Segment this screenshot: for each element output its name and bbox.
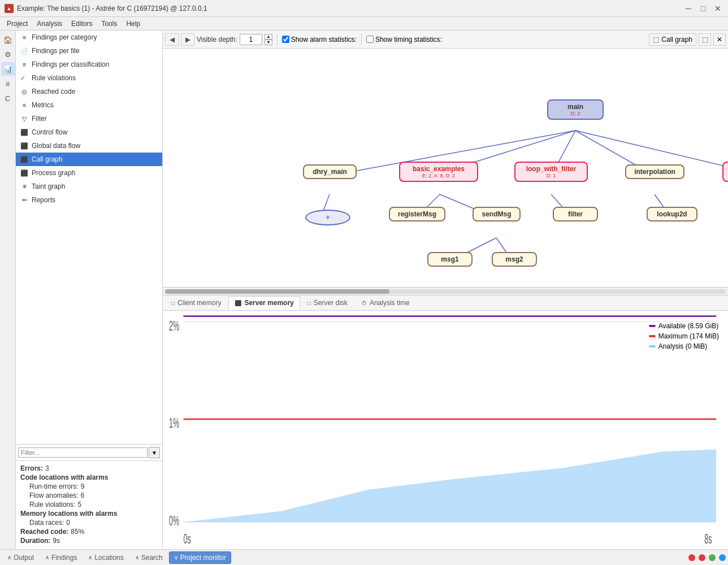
icon-c[interactable]: C — [1, 92, 15, 105]
node-register-msg[interactable]: registerMsg — [389, 207, 445, 221]
show-timing-checkbox-group[interactable]: Show timing statistics: — [366, 36, 442, 44]
show-alarm-checkbox-group[interactable]: Show alarm statistics: — [282, 36, 357, 44]
icon-hash[interactable]: # — [1, 77, 15, 90]
depth-spinner[interactable]: ▲ ▼ — [265, 34, 272, 45]
visible-depth-input[interactable] — [240, 34, 262, 45]
menu-project[interactable]: Project — [2, 19, 32, 29]
client-memory-label: Client memory — [177, 299, 221, 307]
server-memory-icon: ⬛ — [235, 300, 241, 306]
expand-view-btn[interactable]: ⬚ — [699, 33, 711, 46]
status-tab-locations[interactable]: ∧ Locations — [83, 551, 128, 564]
show-timing-label: Show timing statistics: — [375, 36, 442, 44]
findings-label: Findings — [51, 554, 77, 562]
minimize-button[interactable]: ─ — [683, 3, 694, 14]
menu-help[interactable]: Help — [122, 19, 145, 29]
tab-server-memory[interactable]: ⬛ Server memory — [228, 296, 300, 310]
node-send-msg[interactable]: sendMsg — [473, 207, 521, 221]
node-interpolation[interactable]: interpolation — [625, 164, 684, 179]
tab-server-disk[interactable]: □ Server disk — [301, 296, 354, 310]
icon-settings[interactable]: ⚙ — [1, 47, 15, 61]
menu-analysis[interactable]: Analysis — [32, 19, 67, 29]
sidebar-item-metrics[interactable]: ≡ Metrics — [16, 98, 162, 112]
show-timing-checkbox[interactable] — [366, 36, 374, 43]
legend-available-label: Available (8.59 GiB) — [658, 322, 719, 330]
sidebar-item-taint-graph[interactable]: ✳ Taint graph — [16, 180, 162, 193]
status-tab-output[interactable]: ∧ Output — [2, 551, 39, 564]
sidebar-item-call-graph[interactable]: ⬛ Call graph — [16, 153, 162, 166]
call-graph-label: Call graph — [661, 36, 692, 44]
node-main[interactable]: main D: 2 — [547, 99, 604, 120]
node-state-machine[interactable]: state_machine D: 1 — [722, 162, 728, 182]
close-button[interactable]: ✕ — [712, 3, 723, 14]
search-icon: ∧ — [135, 554, 139, 560]
sidebar-item-control-flow[interactable]: ⬛ Control flow — [16, 125, 162, 139]
menu-tools[interactable]: Tools — [97, 19, 122, 29]
sidebar-label-call-graph: Call graph — [32, 155, 63, 163]
graph-canvas[interactable]: main D: 2 dhry_main basic_examples E: 2,… — [163, 49, 728, 287]
app-icon: ▲ — [5, 4, 14, 13]
maximize-button[interactable]: □ — [697, 3, 709, 14]
sidebar-item-reached-code[interactable]: ◎ Reached code — [16, 85, 162, 98]
sidebar-item-global-data-flow[interactable]: ⬛ Global data flow — [16, 139, 162, 153]
icon-chart[interactable]: 📊 — [1, 62, 15, 76]
back-button[interactable]: ◀ — [165, 33, 179, 46]
sidebar-item-rule-violations[interactable]: ✓ Rule violations — [16, 71, 162, 85]
close-view-btn[interactable]: ✕ — [713, 33, 726, 46]
node-filter-label: filter — [568, 210, 583, 218]
show-alarm-checkbox[interactable] — [282, 36, 289, 43]
status-tab-findings[interactable]: ∧ Findings — [40, 551, 82, 564]
svg-text:8s: 8s — [704, 532, 712, 546]
sidebar-item-findings-per-file[interactable]: 📄 Findings per file — [16, 44, 162, 58]
node-expand[interactable]: + — [305, 210, 350, 225]
findings-category-icon: ≡ — [20, 33, 28, 41]
node-msg2[interactable]: msg2 — [492, 252, 537, 267]
project-monitor-icon: ∨ — [174, 554, 178, 560]
project-monitor-label: Project monitor — [180, 554, 226, 562]
depth-down[interactable]: ▼ — [265, 40, 272, 45]
errors-label: Errors: — [20, 464, 43, 472]
node-lookup2d[interactable]: lookup2d — [647, 207, 697, 221]
legend-analysis-dot — [649, 345, 656, 347]
status-tab-project-monitor[interactable]: ∨ Project monitor — [169, 551, 231, 564]
node-dhry-main[interactable]: dhry_main — [303, 164, 357, 179]
toolbar: ◀ ▶ Visible depth: ▲ ▼ Show alarm statis… — [163, 31, 728, 49]
node-msg1[interactable]: msg1 — [427, 252, 473, 267]
menu-editors[interactable]: Editors — [67, 19, 97, 29]
separator-2 — [361, 34, 362, 45]
sidebar-filter-dropdown[interactable]: ▼ — [149, 447, 160, 458]
sidebar-item-findings-per-classification[interactable]: ≡ Findings per classification — [16, 58, 162, 71]
sidebar-item-filter[interactable]: ▽ Filter — [16, 112, 162, 125]
statusbar: ∧ Output ∧ Findings ∧ Locations ∧ Search… — [0, 549, 728, 565]
call-graph-view-btn[interactable]: ⬚ Call graph — [649, 33, 696, 46]
legend-analysis: Analysis (0 MiB) — [649, 342, 719, 350]
tab-analysis-time[interactable]: ⏱ Analysis time — [355, 296, 416, 310]
sidebar-item-reports[interactable]: ✏ Reports — [16, 193, 162, 207]
node-loop-with-filter[interactable]: loop_with_filter D: 1 — [514, 162, 588, 182]
chart-legend: Available (8.59 GiB) Maximum (174 MiB) A… — [649, 322, 719, 350]
horizontal-scrollbar[interactable] — [163, 287, 728, 295]
scroll-thumb[interactable] — [165, 289, 389, 294]
scroll-track[interactable] — [165, 289, 726, 294]
node-filter[interactable]: filter — [553, 207, 598, 221]
status-tab-search[interactable]: ∧ Search — [130, 551, 168, 564]
tab-client-memory[interactable]: □ Client memory — [165, 296, 227, 310]
sidebar-filter-input[interactable] — [18, 447, 148, 458]
node-send-label: sendMsg — [482, 210, 511, 218]
status-circle-3 — [709, 554, 716, 561]
node-expand-label: + — [326, 214, 330, 221]
sidebar-label-global-data-flow: Global data flow — [32, 142, 80, 150]
node-basic-examples[interactable]: basic_examples E: 2, A: 8, D: 2 — [399, 162, 478, 182]
view-icon: ⬚ — [653, 36, 659, 44]
depth-up[interactable]: ▲ — [265, 34, 272, 40]
sidebar-item-process-graph[interactable]: ⬛ Process graph — [16, 166, 162, 180]
forward-button[interactable]: ▶ — [181, 33, 194, 46]
node-loop-sub: D: 1 — [547, 173, 556, 179]
findings-icon: ∧ — [45, 554, 49, 560]
sidebar-item-findings-per-category[interactable]: ≡ Findings per category — [16, 31, 162, 44]
findings-classification-icon: ≡ — [20, 60, 28, 68]
node-main-sub: D: 2 — [571, 111, 580, 116]
flow-anomalies-value: 6 — [81, 492, 85, 499]
icon-home[interactable]: 🏠 — [1, 33, 15, 46]
separator-1 — [277, 34, 278, 45]
node-basic-sub: E: 2, A: 8, D: 2 — [422, 173, 455, 179]
